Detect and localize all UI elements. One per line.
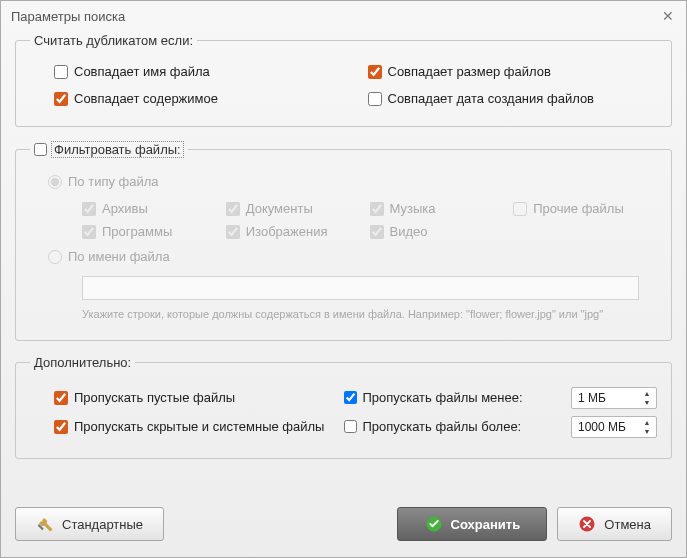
checkbox-skip-hidden[interactable]: Пропускать скрытые и системные файлы	[54, 419, 344, 434]
checkbox-type-other-input[interactable]	[513, 202, 527, 216]
duplicate-criteria-group: Считать дубликатом если: Совпадает имя ф…	[15, 33, 672, 127]
radio-by-type-label: По типу файла	[68, 174, 159, 189]
close-icon[interactable]: ✕	[658, 8, 678, 24]
checkbox-skip-hidden-label: Пропускать скрытые и системные файлы	[74, 419, 324, 434]
checkbox-skip-less-label: Пропускать файлы менее:	[363, 390, 523, 405]
checkbox-same-size-label: Совпадает размер файлов	[388, 64, 551, 79]
defaults-button-label: Стандартные	[62, 517, 143, 532]
tools-icon	[36, 515, 54, 533]
filter-legend-label: Фильтровать файлы:	[51, 141, 184, 158]
checkbox-type-programs[interactable]: Программы	[82, 224, 226, 239]
spin-arrows-icon[interactable]: ▲▼	[640, 418, 654, 436]
filter-group: Фильтровать файлы: По типу файла Архивы …	[15, 141, 672, 341]
checkbox-skip-less-input[interactable]	[344, 391, 357, 404]
checkbox-type-programs-label: Программы	[102, 224, 172, 239]
checkbox-skip-hidden-input[interactable]	[54, 420, 68, 434]
additional-group: Дополнительно: Пропускать пустые файлы П…	[15, 355, 672, 459]
checkbox-same-name[interactable]: Совпадает имя файла	[30, 64, 344, 79]
filter-name-hint: Укажите строки, которые должны содержать…	[82, 308, 657, 320]
checkbox-skip-more-label: Пропускать файлы более:	[363, 419, 522, 434]
checkbox-type-programs-input[interactable]	[82, 225, 96, 239]
checkbox-type-video-label: Видео	[390, 224, 428, 239]
titlebar: Параметры поиска ✕	[1, 1, 686, 31]
checkbox-skip-more-input[interactable]	[344, 420, 357, 433]
checkbox-type-documents-input[interactable]	[226, 202, 240, 216]
radio-by-type[interactable]: По типу файла	[48, 174, 657, 189]
cancel-circle-icon	[578, 515, 596, 533]
radio-by-name[interactable]: По имени файла	[48, 249, 657, 264]
check-circle-icon	[425, 515, 443, 533]
radio-by-name-input[interactable]	[48, 250, 62, 264]
checkbox-type-music-input[interactable]	[370, 202, 384, 216]
checkbox-type-video[interactable]: Видео	[370, 224, 514, 239]
cancel-button-label: Отмена	[604, 517, 651, 532]
duplicate-criteria-legend: Считать дубликатом если:	[30, 33, 197, 48]
content: Считать дубликатом если: Совпадает имя ф…	[1, 31, 686, 495]
save-button[interactable]: Сохранить	[397, 507, 547, 541]
cancel-button[interactable]: Отмена	[557, 507, 672, 541]
spin-skip-more[interactable]: 1000 МБ ▲▼	[571, 416, 657, 438]
checkbox-skip-empty-label: Пропускать пустые файлы	[74, 390, 235, 405]
additional-legend: Дополнительно:	[30, 355, 135, 370]
filter-legend: Фильтровать файлы:	[30, 141, 188, 158]
checkbox-type-documents-label: Документы	[246, 201, 313, 216]
checkbox-same-content[interactable]: Совпадает содержимое	[30, 91, 344, 106]
radio-by-name-label: По имени файла	[68, 249, 170, 264]
filter-types: Архивы Документы Музыка Прочие файлы Про…	[30, 197, 657, 243]
checkbox-same-size[interactable]: Совпадает размер файлов	[344, 64, 658, 79]
checkbox-same-date-label: Совпадает дата создания файлов	[388, 91, 595, 106]
checkbox-type-other[interactable]: Прочие файлы	[513, 201, 657, 216]
spin-skip-less-value: 1 МБ	[578, 391, 606, 405]
save-button-label: Сохранить	[451, 517, 521, 532]
checkbox-type-documents[interactable]: Документы	[226, 201, 370, 216]
checkbox-skip-empty[interactable]: Пропускать пустые файлы	[54, 390, 344, 405]
checkbox-skip-more[interactable]: Пропускать файлы более:	[344, 419, 566, 434]
spin-arrows-icon[interactable]: ▲▼	[640, 389, 654, 407]
checkbox-same-name-label: Совпадает имя файла	[74, 64, 210, 79]
radio-by-type-input[interactable]	[48, 175, 62, 189]
checkbox-same-date[interactable]: Совпадает дата создания файлов	[344, 91, 658, 106]
checkbox-type-music-label: Музыка	[390, 201, 436, 216]
checkbox-same-date-input[interactable]	[368, 92, 382, 106]
checkbox-same-content-input[interactable]	[54, 92, 68, 106]
spin-skip-more-value: 1000 МБ	[578, 420, 626, 434]
window: Параметры поиска ✕ Считать дубликатом ес…	[0, 0, 687, 558]
footer: Стандартные Сохранить Отмена	[1, 495, 686, 557]
checkbox-type-images-label: Изображения	[246, 224, 328, 239]
checkbox-type-video-input[interactable]	[370, 225, 384, 239]
checkbox-same-content-label: Совпадает содержимое	[74, 91, 218, 106]
checkbox-skip-less[interactable]: Пропускать файлы менее:	[344, 390, 566, 405]
checkbox-type-music[interactable]: Музыка	[370, 201, 514, 216]
checkbox-same-size-input[interactable]	[368, 65, 382, 79]
checkbox-type-images-input[interactable]	[226, 225, 240, 239]
checkbox-type-archives-label: Архивы	[102, 201, 148, 216]
checkbox-same-name-input[interactable]	[54, 65, 68, 79]
defaults-button[interactable]: Стандартные	[15, 507, 164, 541]
checkbox-filter-enable[interactable]	[34, 143, 47, 156]
filter-name-input[interactable]	[82, 276, 639, 300]
checkbox-type-other-label: Прочие файлы	[533, 201, 624, 216]
spin-skip-less[interactable]: 1 МБ ▲▼	[571, 387, 657, 409]
window-title: Параметры поиска	[11, 9, 658, 24]
checkbox-type-archives[interactable]: Архивы	[82, 201, 226, 216]
checkbox-skip-empty-input[interactable]	[54, 391, 68, 405]
checkbox-type-images[interactable]: Изображения	[226, 224, 370, 239]
checkbox-type-archives-input[interactable]	[82, 202, 96, 216]
